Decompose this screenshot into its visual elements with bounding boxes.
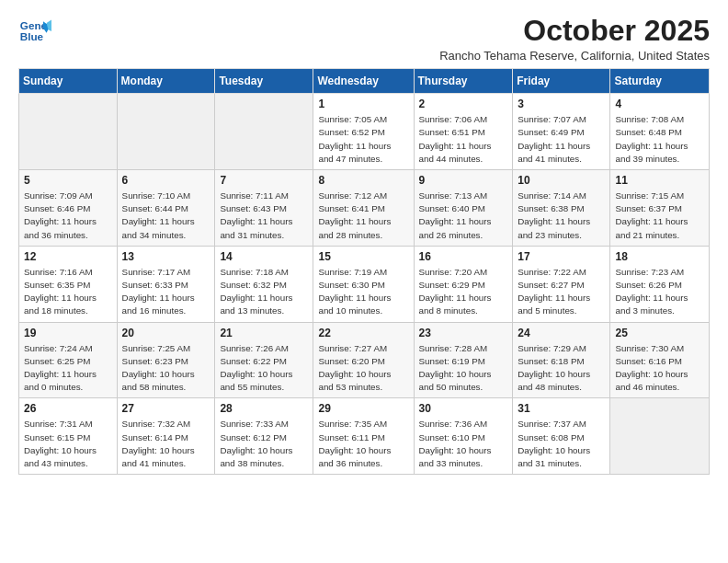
col-header-friday: Friday: [513, 69, 610, 94]
day-number: 7: [220, 174, 308, 187]
calendar-week-row: 5Sunrise: 7:09 AM Sunset: 6:46 PM Daylig…: [19, 170, 710, 247]
day-number: 20: [122, 327, 210, 339]
calendar-week-row: 1Sunrise: 7:05 AM Sunset: 6:52 PM Daylig…: [19, 94, 710, 170]
day-info: Sunrise: 7:15 AM Sunset: 6:37 PM Dayligh…: [615, 190, 704, 242]
calendar-table: SundayMondayTuesdayWednesdayThursdayFrid…: [18, 68, 710, 475]
calendar-cell: 22Sunrise: 7:27 AM Sunset: 6:20 PM Dayli…: [313, 322, 414, 398]
calendar-cell: 12Sunrise: 7:16 AM Sunset: 6:35 PM Dayli…: [19, 246, 118, 322]
day-info: Sunrise: 7:20 AM Sunset: 6:29 PM Dayligh…: [419, 266, 508, 318]
calendar-cell: 25Sunrise: 7:30 AM Sunset: 6:16 PM Dayli…: [610, 322, 710, 398]
day-number: 6: [122, 174, 210, 187]
day-info: Sunrise: 7:27 AM Sunset: 6:20 PM Dayligh…: [318, 342, 408, 395]
day-number: 24: [518, 327, 605, 339]
calendar-cell: 5Sunrise: 7:09 AM Sunset: 6:46 PM Daylig…: [19, 170, 118, 247]
calendar-cell: 6Sunrise: 7:10 AM Sunset: 6:44 PM Daylig…: [117, 170, 215, 247]
day-info: Sunrise: 7:08 AM Sunset: 6:48 PM Dayligh…: [615, 113, 704, 166]
calendar-cell: 20Sunrise: 7:25 AM Sunset: 6:23 PM Dayli…: [117, 322, 215, 398]
day-info: Sunrise: 7:22 AM Sunset: 6:27 PM Dayligh…: [518, 266, 605, 318]
day-number: 9: [419, 174, 508, 187]
day-info: Sunrise: 7:29 AM Sunset: 6:18 PM Dayligh…: [518, 342, 605, 395]
calendar-cell: 27Sunrise: 7:32 AM Sunset: 6:14 PM Dayli…: [117, 398, 215, 475]
day-info: Sunrise: 7:12 AM Sunset: 6:41 PM Dayligh…: [318, 190, 408, 242]
logo-icon: General Blue: [18, 15, 51, 48]
day-number: 17: [518, 250, 605, 263]
day-number: 15: [318, 250, 408, 263]
calendar-cell: 13Sunrise: 7:17 AM Sunset: 6:33 PM Dayli…: [117, 246, 215, 322]
day-number: 14: [220, 250, 308, 263]
calendar-cell: 2Sunrise: 7:06 AM Sunset: 6:51 PM Daylig…: [414, 94, 513, 170]
day-info: Sunrise: 7:26 AM Sunset: 6:22 PM Dayligh…: [220, 342, 308, 395]
day-number: 29: [318, 402, 408, 415]
calendar-cell: [19, 94, 118, 170]
title-block: October 2025 Rancho Tehama Reserve, Cali…: [439, 15, 710, 63]
day-number: 12: [24, 250, 112, 263]
subtitle: Rancho Tehama Reserve, California, Unite…: [439, 49, 710, 63]
logo: General Blue: [18, 15, 51, 48]
calendar-cell: 24Sunrise: 7:29 AM Sunset: 6:18 PM Dayli…: [513, 322, 610, 398]
calendar-cell: 29Sunrise: 7:35 AM Sunset: 6:11 PM Dayli…: [313, 398, 414, 475]
calendar-week-row: 12Sunrise: 7:16 AM Sunset: 6:35 PM Dayli…: [19, 246, 710, 322]
col-header-thursday: Thursday: [414, 69, 513, 94]
day-info: Sunrise: 7:19 AM Sunset: 6:30 PM Dayligh…: [318, 266, 408, 318]
calendar-cell: 26Sunrise: 7:31 AM Sunset: 6:15 PM Dayli…: [19, 398, 118, 475]
day-info: Sunrise: 7:37 AM Sunset: 6:08 PM Dayligh…: [518, 418, 605, 470]
calendar-cell: 28Sunrise: 7:33 AM Sunset: 6:12 PM Dayli…: [215, 398, 313, 475]
calendar-header-row: SundayMondayTuesdayWednesdayThursdayFrid…: [19, 69, 710, 94]
day-number: 25: [615, 327, 704, 339]
calendar-cell: 11Sunrise: 7:15 AM Sunset: 6:37 PM Dayli…: [610, 170, 710, 247]
day-info: Sunrise: 7:28 AM Sunset: 6:19 PM Dayligh…: [419, 342, 508, 395]
day-number: 26: [24, 402, 112, 415]
day-info: Sunrise: 7:16 AM Sunset: 6:35 PM Dayligh…: [24, 266, 112, 318]
day-info: Sunrise: 7:17 AM Sunset: 6:33 PM Dayligh…: [122, 266, 210, 318]
calendar-cell: 19Sunrise: 7:24 AM Sunset: 6:25 PM Dayli…: [19, 322, 118, 398]
day-number: 2: [419, 98, 508, 110]
day-number: 13: [122, 250, 210, 263]
day-info: Sunrise: 7:35 AM Sunset: 6:11 PM Dayligh…: [318, 418, 408, 470]
day-number: 23: [419, 327, 508, 339]
calendar-week-row: 26Sunrise: 7:31 AM Sunset: 6:15 PM Dayli…: [19, 398, 710, 475]
day-number: 1: [318, 98, 408, 110]
day-info: Sunrise: 7:11 AM Sunset: 6:43 PM Dayligh…: [220, 190, 308, 242]
calendar-cell: 15Sunrise: 7:19 AM Sunset: 6:30 PM Dayli…: [313, 246, 414, 322]
calendar-cell: 10Sunrise: 7:14 AM Sunset: 6:38 PM Dayli…: [513, 170, 610, 247]
day-info: Sunrise: 7:18 AM Sunset: 6:32 PM Dayligh…: [220, 266, 308, 318]
day-number: 22: [318, 327, 408, 339]
day-number: 8: [318, 174, 408, 187]
day-number: 3: [518, 98, 605, 110]
day-number: 30: [419, 402, 508, 415]
day-info: Sunrise: 7:13 AM Sunset: 6:40 PM Dayligh…: [419, 190, 508, 242]
day-info: Sunrise: 7:36 AM Sunset: 6:10 PM Dayligh…: [419, 418, 508, 470]
day-info: Sunrise: 7:09 AM Sunset: 6:46 PM Dayligh…: [24, 190, 112, 242]
col-header-saturday: Saturday: [610, 69, 710, 94]
day-number: 31: [518, 402, 605, 415]
day-info: Sunrise: 7:24 AM Sunset: 6:25 PM Dayligh…: [24, 342, 112, 395]
day-info: Sunrise: 7:07 AM Sunset: 6:49 PM Dayligh…: [518, 113, 605, 166]
calendar-cell: 9Sunrise: 7:13 AM Sunset: 6:40 PM Daylig…: [414, 170, 513, 247]
day-number: 18: [615, 250, 704, 263]
day-info: Sunrise: 7:06 AM Sunset: 6:51 PM Dayligh…: [419, 113, 508, 166]
day-number: 19: [24, 327, 112, 339]
day-info: Sunrise: 7:31 AM Sunset: 6:15 PM Dayligh…: [24, 418, 112, 470]
day-info: Sunrise: 7:32 AM Sunset: 6:14 PM Dayligh…: [122, 418, 210, 470]
calendar-cell: 7Sunrise: 7:11 AM Sunset: 6:43 PM Daylig…: [215, 170, 313, 247]
calendar-cell: 14Sunrise: 7:18 AM Sunset: 6:32 PM Dayli…: [215, 246, 313, 322]
calendar-cell: 30Sunrise: 7:36 AM Sunset: 6:10 PM Dayli…: [414, 398, 513, 475]
calendar-cell: 31Sunrise: 7:37 AM Sunset: 6:08 PM Dayli…: [513, 398, 610, 475]
day-number: 21: [220, 327, 308, 339]
calendar-cell: [215, 94, 313, 170]
calendar-cell: 17Sunrise: 7:22 AM Sunset: 6:27 PM Dayli…: [513, 246, 610, 322]
calendar-cell: 4Sunrise: 7:08 AM Sunset: 6:48 PM Daylig…: [610, 94, 710, 170]
day-info: Sunrise: 7:30 AM Sunset: 6:16 PM Dayligh…: [615, 342, 704, 395]
page: General Blue October 2025 Rancho Tehama …: [0, 0, 728, 489]
day-info: Sunrise: 7:23 AM Sunset: 6:26 PM Dayligh…: [615, 266, 704, 318]
calendar-cell: 8Sunrise: 7:12 AM Sunset: 6:41 PM Daylig…: [313, 170, 414, 247]
month-title: October 2025: [439, 15, 710, 47]
day-info: Sunrise: 7:25 AM Sunset: 6:23 PM Dayligh…: [122, 342, 210, 395]
col-header-wednesday: Wednesday: [313, 69, 414, 94]
calendar-cell: 21Sunrise: 7:26 AM Sunset: 6:22 PM Dayli…: [215, 322, 313, 398]
calendar-week-row: 19Sunrise: 7:24 AM Sunset: 6:25 PM Dayli…: [19, 322, 710, 398]
day-number: 5: [24, 174, 112, 187]
calendar-cell: 23Sunrise: 7:28 AM Sunset: 6:19 PM Dayli…: [414, 322, 513, 398]
day-info: Sunrise: 7:33 AM Sunset: 6:12 PM Dayligh…: [220, 418, 308, 470]
svg-text:Blue: Blue: [20, 30, 44, 42]
